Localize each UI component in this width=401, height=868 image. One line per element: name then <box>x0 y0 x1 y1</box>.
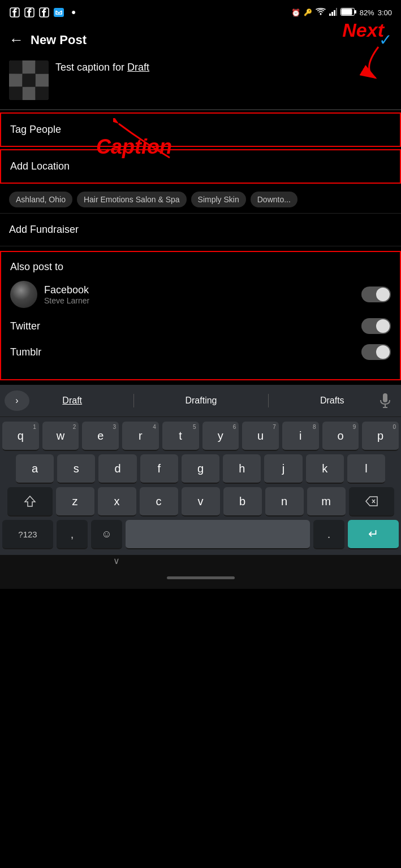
svg-rect-11 <box>341 8 352 15</box>
key-u[interactable]: u7 <box>242 422 279 451</box>
post-composer: Test caption for Draft Caption <box>0 55 401 110</box>
key-comma[interactable]: , <box>57 520 88 549</box>
battery-icon <box>340 8 356 18</box>
facebook-avatar <box>10 281 37 308</box>
twitter-name: Twitter <box>10 320 361 332</box>
svg-rect-14 <box>383 393 387 402</box>
status-bar: • ⏰ 🔑 <box>0 0 401 25</box>
back-button[interactable]: ← <box>9 31 24 49</box>
key-shift[interactable] <box>7 487 53 517</box>
facebook-icon-3 <box>38 7 50 18</box>
facebook-row: Facebook Steve Larner <box>10 281 391 308</box>
caption-draft: Draft <box>127 62 149 73</box>
keyboard-row-1: q1 w2 e3 r4 t5 y6 u7 i8 o9 p0 <box>0 422 401 451</box>
battery-percent: 82% <box>360 8 374 17</box>
key-z[interactable]: z <box>56 487 94 517</box>
key-i[interactable]: i8 <box>282 422 319 451</box>
key-g[interactable]: g <box>182 454 219 484</box>
location-tag-0[interactable]: Ashland, Ohio <box>9 192 72 207</box>
signal-icon <box>329 8 337 18</box>
sugg-divider-2 <box>268 394 269 407</box>
key-c[interactable]: c <box>140 487 178 517</box>
status-icons: • <box>9 7 79 18</box>
facebook-toggle[interactable] <box>361 287 391 302</box>
key-s[interactable]: s <box>57 454 95 484</box>
key-emoji[interactable]: ☺ <box>91 520 122 549</box>
also-post-section: Also post to Facebook Steve Larner Twitt… <box>0 251 401 380</box>
key-space[interactable] <box>126 520 310 549</box>
keyboard-row-2: a s d f g h j k l <box>0 454 401 484</box>
suggestion-items: Draft Drafting Drafts <box>34 392 373 409</box>
svg-point-4 <box>320 13 321 15</box>
dot-icon: • <box>68 7 79 18</box>
key-j[interactable]: j <box>264 454 302 484</box>
tumblr-row: Tumblr <box>10 344 391 360</box>
facebook-username: Steve Larner <box>44 296 361 305</box>
tag-people-button[interactable]: Tag People <box>0 112 401 147</box>
tumblr-name: Tumblr <box>10 346 361 358</box>
key-n[interactable]: n <box>265 487 304 517</box>
facebook-icon-1 <box>9 7 20 18</box>
key-d[interactable]: d <box>98 454 136 484</box>
facebook-info: Facebook Steve Larner <box>44 284 361 305</box>
expand-button[interactable]: › <box>5 390 29 411</box>
key-y[interactable]: y6 <box>202 422 239 451</box>
svg-rect-8 <box>336 8 337 16</box>
key-icon: 🔑 <box>304 8 312 16</box>
key-l[interactable]: l <box>347 454 385 484</box>
toggle-knob-facebook <box>376 288 390 301</box>
location-tag-2[interactable]: Simply Skin <box>191 192 246 207</box>
key-v[interactable]: v <box>182 487 220 517</box>
key-m[interactable]: m <box>307 487 346 517</box>
twitter-row: Twitter <box>10 318 391 334</box>
key-r[interactable]: r4 <box>122 422 159 451</box>
home-indicator <box>167 576 235 579</box>
key-a[interactable]: a <box>16 454 54 484</box>
svg-rect-5 <box>329 14 331 16</box>
key-q[interactable]: q1 <box>2 422 39 451</box>
key-f[interactable]: f <box>140 454 178 484</box>
post-thumbnail <box>9 60 49 100</box>
key-w[interactable]: w2 <box>42 422 79 451</box>
confirm-button[interactable]: ✓ <box>379 31 392 49</box>
notification-icon <box>53 7 64 18</box>
key-k[interactable]: k <box>306 454 344 484</box>
add-fundraiser-button[interactable]: Add Fundraiser <box>0 214 401 246</box>
suggestion-0[interactable]: Draft <box>57 392 88 409</box>
svg-rect-6 <box>331 12 333 16</box>
location-tag-1[interactable]: Hair Emotions Salon & Spa <box>77 192 187 207</box>
nav-chevron-down[interactable]: ∨ <box>113 555 120 566</box>
divider-1 <box>0 110 401 110</box>
key-o[interactable]: o9 <box>322 422 359 451</box>
key-e[interactable]: e3 <box>82 422 119 451</box>
twitter-toggle[interactable] <box>361 318 391 334</box>
tumblr-toggle[interactable] <box>361 344 391 360</box>
key-enter[interactable]: ↵ <box>348 520 399 549</box>
alarm-icon: ⏰ <box>291 8 300 17</box>
keyboard-suggestions: › Draft Drafting Drafts <box>0 385 401 417</box>
key-b[interactable]: b <box>223 487 262 517</box>
status-right: ⏰ 🔑 82% <box>291 8 392 18</box>
suggestion-2[interactable]: Drafts <box>314 392 350 409</box>
keyboard-row-4: ?123 , ☺ . ↵ <box>0 520 401 555</box>
caption-text: Test caption for <box>55 62 127 73</box>
suggestion-1[interactable]: Drafting <box>179 392 222 409</box>
add-location-button[interactable]: Add Location <box>0 149 401 184</box>
location-tag-3[interactable]: Downto... <box>251 192 297 207</box>
location-tags-row[interactable]: Ashland, Ohio Hair Emotions Salon & Spa … <box>0 186 401 214</box>
keyboard: q1 w2 e3 r4 t5 y6 u7 i8 o9 p0 a s d f g … <box>0 417 401 555</box>
key-p[interactable]: p0 <box>362 422 399 451</box>
key-symbols[interactable]: ?123 <box>2 520 53 549</box>
key-backspace[interactable] <box>349 487 394 517</box>
page-title: New Post <box>31 33 379 47</box>
key-h[interactable]: h <box>223 454 261 484</box>
microphone-button[interactable] <box>373 388 398 413</box>
header: ← New Post ✓ <box>0 25 401 55</box>
caption-input[interactable]: Test caption for Draft <box>55 60 392 75</box>
key-t[interactable]: t5 <box>162 422 199 451</box>
nav-bar <box>0 566 401 589</box>
key-period[interactable]: . <box>313 520 344 549</box>
facebook-icon-2 <box>24 7 35 18</box>
clock: 3:00 <box>378 8 392 17</box>
key-x[interactable]: x <box>98 487 136 517</box>
